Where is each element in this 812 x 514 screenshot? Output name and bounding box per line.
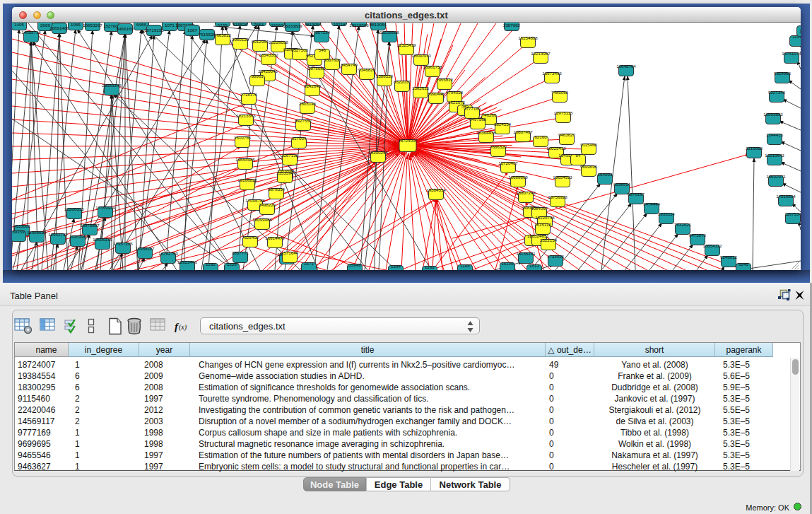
svg-text:9329966: 9329966 [774,71,792,76]
svg-text:84: 84 [576,153,581,158]
svg-text:16099488: 16099488 [252,217,272,222]
svg-text:9857771: 9857771 [232,250,249,255]
svg-text:1733426: 1733426 [547,254,565,259]
svg-text:10807487: 10807487 [513,129,533,134]
svg-text:11568629: 11568629 [27,230,47,235]
svg-text:6466: 6466 [136,23,146,27]
svg-text:9084067: 9084067 [531,206,548,211]
svg-text:12213967: 12213967 [531,51,551,56]
svg-text:3215958: 3215958 [746,146,763,151]
svg-text:17957205: 17957205 [113,241,133,246]
svg-text:7485063: 7485063 [551,90,569,95]
svg-text:7515526: 7515526 [199,32,216,37]
svg-text:19166825: 19166825 [237,177,257,182]
svg-text:15692971: 15692971 [766,174,786,179]
svg-text:1244415: 1244415 [766,132,784,137]
svg-text:7663: 7663 [254,23,264,27]
svg-text:16136: 16136 [501,261,514,266]
svg-text:18724007: 18724007 [398,138,418,143]
svg-text:39159: 39159 [12,229,25,234]
svg-text:9115460: 9115460 [580,142,597,147]
svg-text:18640910: 18640910 [411,53,431,58]
svg-text:7625402: 7625402 [242,235,259,240]
svg-text:317004: 317004 [292,136,307,141]
svg-text:1588520: 1588520 [376,74,394,78]
svg-text:23420046: 23420046 [258,69,278,74]
svg-text:1292: 1292 [425,264,435,269]
svg-text:3824534: 3824534 [494,122,512,127]
svg-text:8427552: 8427552 [295,118,312,123]
svg-text:16120746: 16120746 [535,215,555,220]
svg-text:19218506: 19218506 [379,30,399,35]
svg-text:19654985: 19654985 [235,157,255,162]
svg-text:7886322: 7886322 [490,144,507,149]
svg-text:1571: 1571 [304,261,314,266]
svg-text:16543382: 16543382 [259,52,278,57]
svg-text:16154808: 16154808 [518,35,538,40]
svg-text:8454749: 8454749 [341,62,358,67]
svg-text:8322037: 8322037 [394,79,411,84]
svg-text:2718176: 2718176 [240,92,258,97]
svg-text:18807249: 18807249 [516,190,536,195]
svg-text:515526: 515526 [233,23,248,27]
svg-text:1065: 1065 [71,23,81,27]
svg-text:546: 546 [319,47,326,52]
svg-text:7632621: 7632621 [674,222,692,227]
svg-text:9227343: 9227343 [768,90,786,95]
svg-text:17016504: 17016504 [776,194,796,199]
svg-text:20206555: 20206555 [64,206,84,211]
svg-text:19756928: 19756928 [548,194,567,199]
svg-text:2935114: 2935114 [658,211,675,216]
svg-text:16060: 16060 [271,23,283,28]
svg-text:8813054: 8813054 [305,23,322,27]
svg-text:16914479: 16914479 [265,235,285,240]
svg-text:12942737: 12942737 [48,232,68,237]
svg-text:16136141: 16136141 [516,251,536,256]
svg-text:12505135: 12505135 [93,237,112,242]
svg-text:8813054: 8813054 [370,23,387,27]
svg-text:1498222: 1498222 [259,202,276,207]
svg-text:9527503: 9527503 [291,47,309,52]
svg-text:8471676: 8471676 [689,233,707,238]
svg-text:7955812: 7955812 [436,77,454,82]
svg-text:1353594: 1353594 [276,170,294,175]
svg-text:1613: 1613 [529,263,539,268]
svg-text:3267130: 3267130 [281,153,299,158]
svg-text:8912954: 8912954 [252,39,269,44]
svg-text:10654112: 10654112 [702,243,722,248]
svg-text:9146821: 9146821 [358,67,376,72]
svg-text:18300295: 18300295 [368,150,388,155]
svg-text:1067: 1067 [187,28,197,33]
svg-text:10688609: 10688609 [508,175,528,180]
svg-text:7857224: 7857224 [313,30,331,35]
svg-text:1362615: 1362615 [412,86,430,90]
svg-text:2803144: 2803144 [299,101,317,106]
svg-text:15751074: 15751074 [782,51,801,56]
svg-text:16033809: 16033809 [283,23,302,28]
svg-text:(x): (x) [179,323,187,332]
svg-text:4635001: 4635001 [13,223,31,228]
svg-text:10025433: 10025433 [546,146,566,151]
svg-text:9699695: 9699695 [580,164,598,169]
svg-text:19384554: 19384554 [426,187,446,192]
svg-text:1405: 1405 [14,23,24,27]
svg-text:9245: 9245 [739,262,748,267]
svg-text:19218506: 19218506 [349,23,369,28]
svg-text:20364436: 20364436 [476,130,496,135]
svg-text:11325419: 11325419 [396,42,416,47]
svg-text:1615112: 1615112 [534,222,551,227]
svg-text:10973493: 10973493 [542,71,562,76]
svg-text:10648784: 10648784 [616,64,636,69]
svg-text:164093: 164093 [598,172,613,177]
svg-text:5155: 5155 [218,23,228,28]
svg-text:1610755: 1610755 [234,135,252,140]
svg-text:1571644: 1571644 [281,250,299,255]
svg-text:6879197: 6879197 [628,192,645,197]
svg-text:1292: 1292 [206,262,216,267]
svg-text:10958117: 10958117 [135,246,155,251]
svg-text:9474444: 9474444 [643,201,661,206]
svg-text:15720407: 15720407 [498,160,518,165]
svg-text:16210643: 16210643 [765,153,784,158]
svg-text:12975115: 12975115 [553,110,573,115]
svg-text:8878334: 8878334 [268,187,286,192]
